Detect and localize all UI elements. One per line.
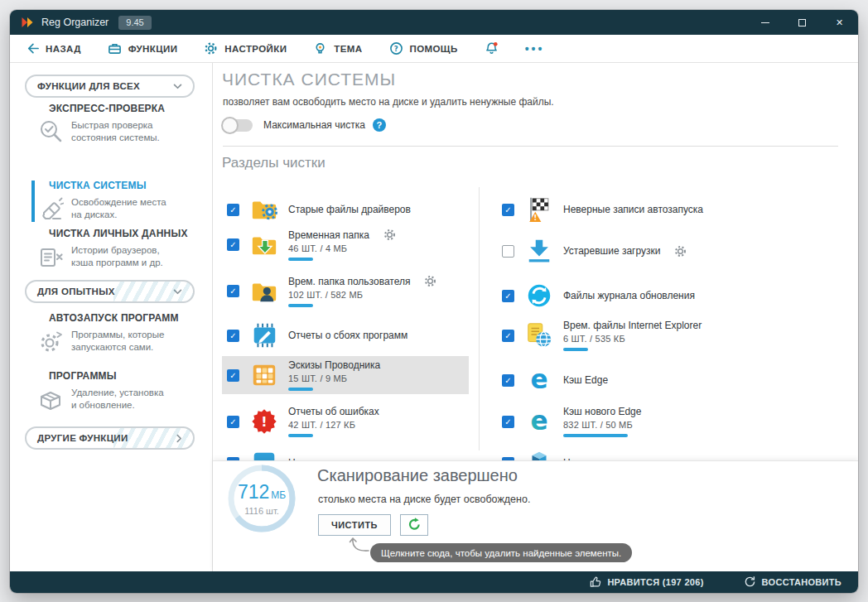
- cleanup-item[interactable]: ✓!Отчеты об ошибках42 ШТ. / 127 КБ: [222, 402, 469, 441]
- error-reports-icon: !: [250, 407, 278, 436]
- window-title: Reg Organizer: [41, 17, 108, 28]
- restore-button[interactable]: ВОССТАНОВИТЬ: [744, 576, 841, 590]
- refresh-icon: [407, 517, 422, 533]
- item-label: Старые файлы драйверов: [288, 204, 411, 215]
- update-logs-icon: [525, 282, 553, 310]
- item-checkbox[interactable]: ✓: [502, 416, 514, 428]
- toggle-help-icon[interactable]: ?: [373, 118, 386, 132]
- private-data-icon: [37, 243, 64, 270]
- sidebar-group-functions-for-all[interactable]: ФУНКЦИИ ДЛЯ ВСЕХ: [25, 75, 195, 98]
- programs-box-icon: [37, 386, 64, 412]
- svg-text:!: !: [533, 214, 537, 222]
- close-button[interactable]: ✕: [821, 10, 858, 35]
- sidebar-item-programs[interactable]: ПРОГРАММЫ Удаление, установкаи обновлени…: [10, 370, 212, 412]
- cleanup-item[interactable]: ✓!Неверные записи автозапуска: [497, 192, 795, 227]
- item-progress-bar: [563, 348, 588, 351]
- maximize-button[interactable]: [784, 10, 821, 35]
- sidebar-item-startup-programs[interactable]: АВТОЗАПУСК ПРОГРАММ Программы, которыеза…: [10, 312, 212, 354]
- user-temp-folder-icon: [250, 277, 278, 306]
- item-checkbox[interactable]: ✓: [227, 330, 239, 342]
- item-checkbox[interactable]: ✓: [502, 204, 514, 216]
- page-title: ЧИСТКА СИСТЕМЫ: [222, 70, 396, 89]
- outdated-downloads-icon: [525, 237, 553, 265]
- divider: [223, 146, 838, 147]
- driver-files-icon: [250, 195, 278, 224]
- item-checkbox[interactable]: ✓: [227, 416, 239, 428]
- item-settings-gear-icon[interactable]: [674, 245, 687, 258]
- cleanup-item[interactable]: ✓Эскизы Проводника15 ШТ. / 9 МБ: [222, 356, 469, 394]
- item-checkbox[interactable]: ✓: [502, 290, 514, 302]
- item-label: Отчеты о сбоях программ: [288, 330, 407, 341]
- toolbar-more-button[interactable]: •••: [525, 42, 545, 55]
- item-checkbox[interactable]: ✓: [227, 369, 239, 382]
- chevron-down-icon: [173, 289, 182, 295]
- sidebar-group-for-experienced[interactable]: ДЛЯ ОПЫТНЫХ: [25, 280, 195, 303]
- item-checkbox[interactable]: [502, 245, 514, 258]
- toolbar-back-button[interactable]: НАЗАД: [25, 41, 81, 55]
- item-count: 15 ШТ. / 9 МБ: [288, 373, 380, 383]
- sidebar-group-other-functions[interactable]: ДРУГИЕ ФУНКЦИИ: [25, 426, 195, 450]
- item-progress-bar: [288, 434, 313, 437]
- desktop: { "window": { "title": "Reg Organizer", …: [0, 0, 868, 602]
- gauge-value: 712МБ: [238, 482, 286, 505]
- item-checkbox[interactable]: ✓: [227, 285, 239, 297]
- item-checkbox[interactable]: ✓: [227, 204, 239, 216]
- max-clean-toggle[interactable]: [223, 119, 253, 132]
- thumb-up-icon: [589, 576, 601, 590]
- app-window: Reg Organizer 9.45 ✕ НАЗАД ФУНКЦИИ НАСТР…: [10, 10, 858, 593]
- cleanup-item[interactable]: ✓eКэш нового Edge832 ШТ. / 50 МБ: [497, 402, 795, 441]
- item-progress-bar: [563, 434, 628, 437]
- explorer-thumbnails-icon: [250, 361, 278, 389]
- restore-icon: [744, 576, 756, 590]
- item-label: Файлы журнала обновления: [563, 290, 695, 301]
- window-controls: ✕: [746, 10, 858, 35]
- titlebar: Reg Organizer 9.45 ✕: [10, 10, 858, 35]
- tooltip: Щелкните сюда, чтобы удалить найденные э…: [370, 543, 632, 562]
- item-count: 46 ШТ. / 4 МБ: [288, 243, 396, 253]
- sidebar-item-express-check[interactable]: ЭКСПРЕСС-ПРОВЕРКА Быстрая проверкасостоя…: [10, 103, 212, 145]
- minimize-button[interactable]: [746, 10, 784, 35]
- cleanup-item[interactable]: ✓eКэш Edge: [497, 363, 795, 397]
- new-edge-cache-icon: e: [525, 407, 553, 436]
- toolbar-functions-button[interactable]: ФУНКЦИИ: [108, 41, 178, 55]
- crash-reports-icon: [250, 321, 278, 349]
- item-label: Временная папка: [288, 229, 369, 241]
- cleanup-item[interactable]: ✓Отчеты о сбоях программ: [222, 318, 469, 353]
- sidebar-item-private-data-cleanup[interactable]: ЧИСТКА ЛИЧНЫХ ДАННЫХ Истории браузеров,к…: [10, 228, 212, 270]
- like-button[interactable]: НРАВИТСЯ (197 206): [589, 576, 703, 590]
- cleanup-item[interactable]: ✓Файлы журнала обновления: [497, 278, 795, 313]
- cleanup-item[interactable]: ✓Старые файлы драйверов: [222, 192, 469, 227]
- clean-button[interactable]: ЧИСТИТЬ: [318, 514, 391, 536]
- item-label: Эскизы Проводника: [288, 359, 380, 371]
- chevron-right-icon: [176, 434, 182, 443]
- toolbar: НАЗАД ФУНКЦИИ НАСТРОЙКИ ТЕМА ? ПОМОЩЬ ••…: [10, 35, 858, 63]
- item-label: Неверные записи автозапуска: [563, 204, 703, 215]
- cleanup-column-left: ✓Старые файлы драйверов✓Временная папка4…: [222, 185, 469, 467]
- cleanup-item[interactable]: Устаревшие загрузки: [497, 234, 795, 268]
- svg-text:e: e: [530, 366, 547, 394]
- scan-subtext: столько места на диске будет освобождено…: [318, 494, 530, 505]
- toolbar-notifications-button[interactable]: [485, 41, 499, 55]
- rescan-button[interactable]: [400, 514, 428, 536]
- toolbar-help-button[interactable]: ? ПОМОЩЬ: [389, 41, 458, 55]
- scan-heading: Сканирование завершено: [317, 466, 518, 485]
- cleanup-item[interactable]: ✓Врем. файлы Internet Explorer6 ШТ. / 53…: [497, 316, 795, 354]
- edge-cache-icon: e: [525, 366, 553, 394]
- svg-text:e: e: [530, 407, 547, 436]
- cleanup-item[interactable]: ✓Временная папка46 ШТ. / 4 МБ: [222, 225, 469, 264]
- back-arrow-icon: [25, 41, 39, 55]
- toolbar-theme-button[interactable]: ТЕМА: [313, 41, 362, 55]
- item-checkbox[interactable]: ✓: [227, 238, 239, 251]
- item-checkbox[interactable]: ✓: [502, 330, 514, 342]
- toolbar-settings-button[interactable]: НАСТРОЙКИ: [204, 41, 287, 55]
- item-settings-gear-icon[interactable]: [424, 275, 436, 287]
- cleanup-item[interactable]: ✓Врем. папка пользователя102 ШТ. / 582 М…: [222, 272, 469, 311]
- item-progress-bar: [288, 258, 313, 261]
- item-progress-bar: [288, 388, 313, 391]
- svg-text:?: ?: [393, 45, 398, 53]
- more-dots-icon: •••: [525, 42, 545, 55]
- theme-bulb-icon: [313, 41, 327, 55]
- item-checkbox[interactable]: ✓: [502, 374, 514, 387]
- sidebar-item-system-cleanup[interactable]: ЧИСТКА СИСТЕМЫ Освобождение местана диск…: [10, 180, 212, 222]
- item-settings-gear-icon[interactable]: [383, 229, 396, 241]
